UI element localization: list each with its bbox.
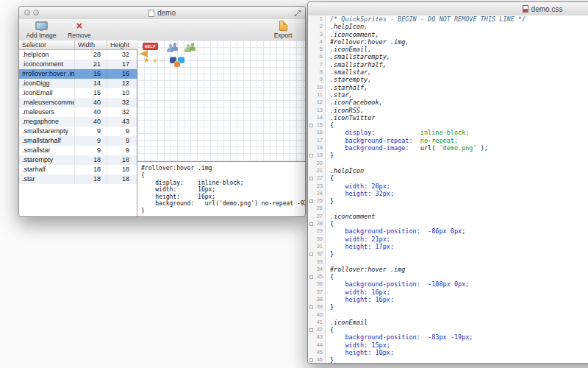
add-image-button[interactable]: Add Image xyxy=(22,20,60,40)
table-row[interactable]: .megaphone4043 xyxy=(19,117,137,127)
table-row[interactable]: .starhalf1818 xyxy=(19,165,137,174)
cell-width: 14 xyxy=(75,79,107,88)
table-row[interactable]: .iconEmail1510 xyxy=(19,88,137,98)
cell-height: 43 xyxy=(107,117,137,127)
code-line[interactable]: 3.iconcomment, xyxy=(308,31,588,38)
code-line[interactable]: 45 height: 10px; xyxy=(308,349,588,356)
editor-titlebar[interactable]: demo.css xyxy=(308,2,588,16)
cell-selector: .starhalf xyxy=(19,165,75,174)
code-line[interactable]: 6.smallstarempty, xyxy=(308,53,588,60)
code-line[interactable]: 36 background-position: -108px 0px; xyxy=(308,280,588,288)
code-lines[interactable]: 1/* QuickSprites - BEGIN - DO NOT REMOVE… xyxy=(308,15,588,363)
cell-height: 17 xyxy=(107,60,137,69)
table-row[interactable]: .starempty1818 xyxy=(19,155,137,165)
code-line[interactable]: 44 width: 15px; xyxy=(308,342,588,349)
sprite-star-icon: ★ xyxy=(143,57,150,64)
code-line[interactable]: 19} xyxy=(308,152,588,159)
code-line[interactable]: 18 background-image: url( 'demo.png' ); xyxy=(308,144,588,152)
code-line[interactable]: 15{ xyxy=(308,121,588,129)
code-line[interactable]: 21.helpIcon xyxy=(308,167,588,174)
code-line[interactable]: 28{ xyxy=(308,220,588,227)
remove-button[interactable]: × Remove xyxy=(60,20,98,40)
code-line[interactable]: 40 xyxy=(308,311,588,319)
code-line[interactable]: 14.iconTwitter xyxy=(308,114,588,121)
code-line[interactable]: 43 background-position: -83px -19px; xyxy=(308,333,588,341)
code-line[interactable]: 11.star, xyxy=(308,91,588,99)
fold-marker-icon[interactable] xyxy=(309,199,313,203)
table-row[interactable]: .iconcomment2117 xyxy=(19,60,137,69)
fold-marker-icon[interactable] xyxy=(309,252,313,256)
fold-marker-icon[interactable] xyxy=(309,124,313,127)
app-document-icon xyxy=(148,10,154,17)
line-number: 8 xyxy=(308,68,326,76)
css-file-icon xyxy=(523,5,528,13)
code-line[interactable]: 42{ xyxy=(308,326,588,333)
code-line[interactable]: 32} xyxy=(308,250,588,258)
code-line[interactable]: 12.iconFacebook, xyxy=(308,99,588,106)
css-preview-line: } xyxy=(137,208,305,215)
code-line[interactable]: 8.smallstar, xyxy=(308,68,588,76)
table-row[interactable]: .helpIcon2832 xyxy=(19,50,137,60)
cell-selector: .smallstar xyxy=(19,146,75,155)
table-row[interactable]: .star1818 xyxy=(19,174,137,184)
code-line[interactable]: 31 height: 17px; xyxy=(308,243,588,250)
fold-marker-icon[interactable] xyxy=(309,154,313,158)
code-line[interactable]: 7.smallstarhalf, xyxy=(308,61,588,68)
code-line[interactable]: 34#rollover:hover .img xyxy=(308,266,588,273)
fold-marker-icon[interactable] xyxy=(309,358,313,362)
column-header-selector[interactable]: Selector xyxy=(19,40,75,49)
code-line[interactable]: 33 xyxy=(308,258,588,266)
code-line[interactable]: 20 xyxy=(308,160,588,167)
code-line[interactable]: 2.helpIcon, xyxy=(308,23,588,30)
column-header-height[interactable]: Height xyxy=(107,40,137,49)
cell-selector: .smallstarhalf xyxy=(19,136,75,146)
close-button[interactable] xyxy=(24,10,30,15)
code-line[interactable]: 22{ xyxy=(308,174,588,182)
code-line[interactable]: 30 width: 21px; xyxy=(308,236,588,243)
code-line[interactable]: 9.starempty, xyxy=(308,76,588,83)
code-line[interactable]: 41.iconEmail xyxy=(308,319,588,326)
code-line[interactable]: 27.iconcomment xyxy=(308,213,588,220)
code-line[interactable]: 1/* QuickSprites - BEGIN - DO NOT REMOVE… xyxy=(308,15,588,23)
fold-marker-icon[interactable] xyxy=(309,328,313,332)
code-line[interactable]: 24 height: 32px; xyxy=(308,190,588,197)
code-line[interactable]: 46} xyxy=(308,356,588,363)
fold-marker-icon[interactable] xyxy=(309,177,313,180)
app-titlebar[interactable]: demo xyxy=(19,7,305,20)
table-row[interactable]: .smallstarhalf99 xyxy=(19,136,137,146)
line-number: 12 xyxy=(308,99,326,106)
table-row[interactable]: #rollover:hover .img1616 xyxy=(19,69,137,79)
code-line[interactable]: 39} xyxy=(308,303,588,311)
table-row[interactable]: .smallstar99 xyxy=(19,146,137,155)
code-line[interactable]: 25} xyxy=(308,197,588,205)
code-line[interactable]: 29 background-position: -86px 0px; xyxy=(308,227,588,235)
code-line[interactable]: 4#rollover:hover .img, xyxy=(308,38,588,46)
code-line[interactable]: 26 xyxy=(308,205,588,212)
column-header-width[interactable]: Width xyxy=(75,40,107,49)
code-line[interactable]: 23 width: 28px; xyxy=(308,183,588,190)
code-line[interactable]: 16 display: inline-block; xyxy=(308,129,588,136)
fold-marker-icon[interactable] xyxy=(309,275,313,279)
table-row[interactable]: .iconDigg1412 xyxy=(19,79,137,88)
export-button[interactable]: Export xyxy=(264,20,302,40)
code-line[interactable]: 13.iconRSS, xyxy=(308,107,588,114)
fold-marker-icon[interactable] xyxy=(309,305,313,309)
table-row[interactable]: .maleusers4032 xyxy=(19,107,137,117)
line-number: 15 xyxy=(308,121,326,129)
code-line[interactable]: 5.iconEmail, xyxy=(308,46,588,53)
expand-icon[interactable] xyxy=(294,10,301,17)
code-line[interactable]: 17 background-repeat: no-repeat; xyxy=(308,137,588,144)
table-row[interactable]: .smallstarempty99 xyxy=(19,127,137,136)
fold-marker-icon[interactable] xyxy=(309,222,313,226)
code-line[interactable]: 37 width: 16px; xyxy=(308,289,588,296)
minimize-button[interactable] xyxy=(33,10,39,15)
table-header[interactable]: Selector Width Height xyxy=(19,40,137,50)
line-number: 26 xyxy=(308,205,326,212)
cell-width: 18 xyxy=(75,174,107,184)
table-row[interactable]: .maleuserscomments4032 xyxy=(19,98,137,107)
code-line[interactable]: 38 height: 16px; xyxy=(308,296,588,303)
code-line[interactable]: 35{ xyxy=(308,273,588,280)
sprite-star-half-icon: ★ xyxy=(152,57,158,64)
code-line[interactable]: 10.starhalf, xyxy=(308,84,588,91)
line-number: 24 xyxy=(308,190,326,197)
